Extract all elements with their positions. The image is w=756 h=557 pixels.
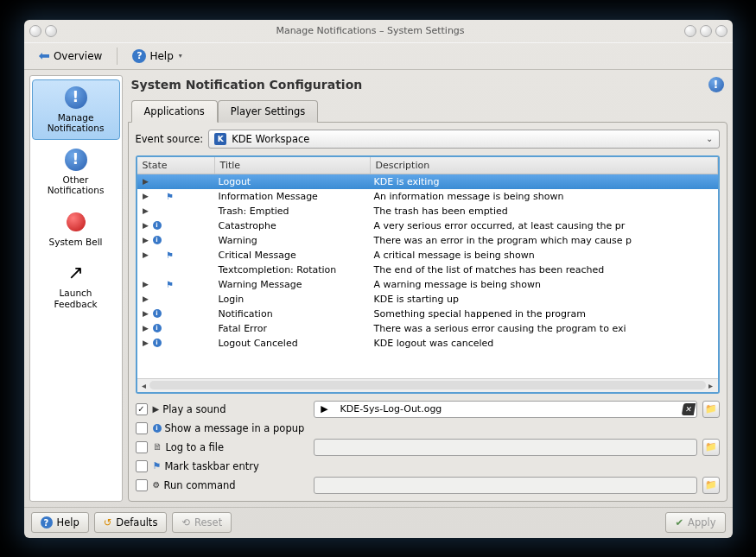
info-icon: i — [153, 309, 162, 318]
table-row[interactable]: ▶⚑Warning MessageA warning message is be… — [137, 277, 718, 292]
preview-sound-button[interactable]: ▶ — [316, 401, 334, 418]
chevron-down-icon: ▾ — [179, 52, 182, 60]
flag-icon: ⚑ — [153, 460, 162, 472]
sound-file-field[interactable]: ▶ ✕ — [314, 401, 697, 418]
flag-icon: ⚑ — [165, 250, 175, 260]
browse-sound-button[interactable]: 📁 — [702, 401, 720, 418]
mark-taskbar-checkbox[interactable] — [136, 460, 148, 472]
option-run-command: ⚙ Run command 📁 — [136, 477, 720, 494]
tab-applications[interactable]: Applications — [131, 100, 218, 123]
scrollbar-track[interactable] — [149, 381, 706, 389]
check-icon: ✔ — [675, 516, 683, 529]
option-popup: i Show a message in a popup — [136, 422, 720, 434]
titlebar: Manage Notifications – System Settings — [24, 20, 733, 42]
play-icon: ▶ — [141, 235, 151, 245]
content-area: System Notification Configuration ! Appl… — [128, 75, 727, 502]
cell-description: KDE is starting up — [371, 294, 718, 305]
table-row[interactable]: ▶iWarningThere was an error in the progr… — [137, 233, 718, 248]
table-row[interactable]: Textcompletion: RotationThe end of the l… — [137, 263, 718, 277]
cell-state: ▶i — [137, 338, 215, 348]
browse-command-button[interactable]: 📁 — [702, 477, 720, 494]
table-row[interactable]: ▶LogoutKDE is exiting — [137, 174, 718, 189]
sidebar-item-launch-feedback[interactable]: ↗ Launch Feedback — [32, 255, 120, 315]
event-source-value: KDE Workspace — [232, 133, 309, 145]
play-icon: ▶ — [141, 220, 151, 231]
sidebar-item-manage-notifications[interactable]: ! Manage Notifications — [32, 79, 120, 140]
reset-button[interactable]: ⟲ Reset — [172, 512, 232, 533]
table-row[interactable]: ▶⚑Critical MessageA critical message is … — [137, 248, 718, 263]
table-row[interactable]: ▶iNotificationSomething special happened… — [137, 307, 718, 321]
sidebar-item-other-notifications[interactable]: ! Other Notifications — [32, 142, 120, 202]
help-icon: ? — [132, 49, 146, 63]
defaults-button[interactable]: ↺ Defaults — [94, 512, 168, 533]
table-row[interactable]: ▶iLogout CanceledKDE logout was canceled — [137, 336, 718, 351]
cell-state — [137, 264, 215, 275]
help-menu-button[interactable]: ? Help ▾ — [124, 46, 189, 66]
table-row[interactable]: ▶LoginKDE is starting up — [137, 292, 718, 307]
window-body: ! Manage Notifications ! Other Notificat… — [24, 70, 733, 507]
toolbar: ⬅ Overview ? Help ▾ — [24, 42, 733, 70]
info-icon[interactable]: ! — [708, 77, 724, 92]
event-source-label: Event source: — [136, 133, 204, 145]
table-row[interactable]: ▶Trash: EmptiedThe trash has been emptie… — [137, 204, 718, 218]
column-description[interactable]: Description — [371, 157, 718, 174]
option-label: ▶ Play a sound — [153, 403, 308, 415]
cell-title: Critical Message — [215, 250, 371, 261]
scroll-right-icon[interactable]: ▸ — [706, 381, 716, 390]
log-file-checkbox[interactable] — [136, 441, 148, 453]
cell-state: ▶⚑ — [137, 250, 215, 260]
flag-icon: ⚑ — [165, 279, 175, 289]
play-icon: ▶ — [141, 294, 151, 304]
run-command-checkbox[interactable] — [136, 479, 148, 491]
info-icon: i — [153, 221, 162, 230]
column-state[interactable]: State — [137, 157, 215, 174]
tab-panel: Event source: K KDE Workspace ⌄ State Ti… — [128, 122, 727, 502]
apply-button[interactable]: ✔ Apply — [665, 512, 725, 533]
play-sound-checkbox[interactable]: ✓ — [136, 403, 148, 415]
play-icon: ▶ — [141, 308, 151, 319]
sound-file-input[interactable] — [337, 403, 679, 415]
maximize-button[interactable] — [700, 25, 712, 37]
pin-icon[interactable] — [45, 25, 57, 37]
table-body[interactable]: ▶LogoutKDE is exiting▶⚑Information Messa… — [137, 174, 718, 378]
option-mark-taskbar: ⚑ Mark taskbar entry — [136, 460, 720, 472]
scroll-left-icon[interactable]: ◂ — [139, 381, 149, 390]
options-panel: ✓ ▶ Play a sound ▶ ✕ 📁 — [136, 401, 720, 494]
option-label: ⚙ Run command — [153, 479, 308, 491]
info-icon: i — [153, 236, 162, 244]
clear-icon[interactable]: ✕ — [681, 403, 695, 415]
browse-log-button[interactable]: 📁 — [702, 439, 720, 456]
close-button[interactable] — [715, 25, 727, 37]
page-title: System Notification Configuration — [131, 78, 708, 92]
cell-description: A critical message is being shown — [371, 250, 718, 261]
cell-state: ▶ — [137, 294, 215, 304]
help-icon: ? — [41, 516, 53, 529]
minimize-button[interactable] — [684, 25, 696, 37]
sidebar-item-label: Launch Feedback — [54, 288, 97, 309]
run-command-input[interactable] — [314, 477, 697, 494]
table-row[interactable]: ▶iCatastropheA very serious error occurr… — [137, 218, 718, 233]
play-icon: ▶ — [141, 323, 151, 333]
info-icon: i — [153, 424, 162, 433]
popup-checkbox[interactable] — [136, 422, 148, 434]
table-row[interactable]: ▶⚑Information MessageAn information mess… — [137, 189, 718, 204]
log-file-input[interactable] — [314, 439, 697, 456]
table-row[interactable]: ▶iFatal ErrorThere was a serious error c… — [137, 321, 718, 336]
tab-player-settings[interactable]: Player Settings — [218, 100, 319, 123]
undo-icon: ⟲ — [181, 516, 190, 529]
sidebar-item-system-bell[interactable]: System Bell — [32, 204, 120, 254]
toolbar-separator — [117, 47, 118, 65]
event-source-combo[interactable]: K KDE Workspace ⌄ — [208, 130, 719, 149]
cell-state: ▶i — [137, 323, 215, 333]
cell-title: Textcompletion: Rotation — [215, 264, 371, 275]
info-icon: i — [153, 339, 162, 347]
horizontal-scrollbar[interactable]: ◂ ▸ — [137, 378, 718, 392]
cell-state: ▶⚑ — [137, 191, 215, 201]
overview-button[interactable]: ⬅ Overview — [31, 44, 111, 67]
help-button[interactable]: ? Help — [31, 512, 89, 533]
cell-description: Something special happened in the progra… — [371, 308, 718, 320]
column-title[interactable]: Title — [215, 157, 371, 174]
tab-label: Applications — [144, 105, 205, 117]
wrench-icon[interactable] — [29, 25, 41, 37]
sidebar-item-label: Other Notifications — [48, 174, 105, 196]
